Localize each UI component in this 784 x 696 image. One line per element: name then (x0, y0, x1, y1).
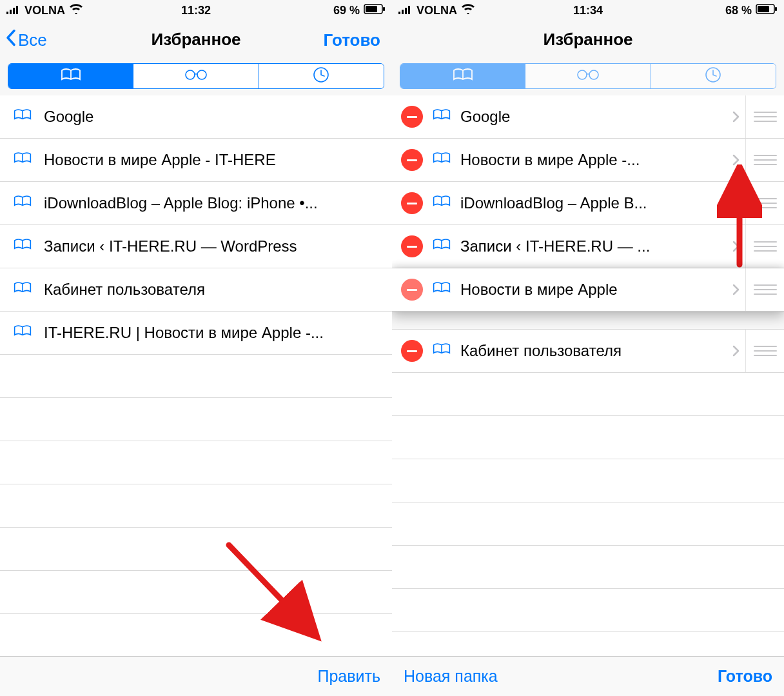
wifi-icon (69, 4, 83, 17)
phone-left: VOLNA 11:32 69 % Все Избранное Готово (0, 0, 392, 696)
empty-row (0, 571, 392, 614)
delete-button[interactable] (401, 235, 423, 257)
bookmark-label: Кабинет пользователя (44, 281, 392, 299)
new-folder-button[interactable]: Новая папка (404, 667, 498, 686)
carrier-label: VOLNA (24, 4, 65, 17)
battery-percent: 68 % (725, 4, 752, 17)
svg-rect-12 (405, 8, 407, 14)
bookmark-row[interactable]: iDownloadBlog – Apple B... (392, 182, 784, 225)
segmented-control (8, 63, 384, 89)
empty-row (392, 502, 784, 546)
bookmark-row[interactable]: Записи ‹ IT-HERE.RU — ... (392, 225, 784, 268)
book-icon (13, 108, 32, 126)
battery-percent: 69 % (333, 4, 360, 17)
svg-rect-3 (16, 6, 18, 14)
book-icon (432, 151, 451, 169)
svg-rect-6 (383, 7, 385, 11)
tab-reading-list (525, 64, 650, 88)
svg-rect-16 (775, 7, 777, 11)
book-icon (432, 342, 451, 360)
delete-button[interactable] (401, 149, 423, 171)
bookmark-row[interactable]: Новости в мире Apple -... (392, 139, 784, 182)
book-icon (432, 194, 451, 212)
tab-history[interactable] (259, 64, 384, 88)
empty-row (392, 373, 784, 416)
delete-button[interactable] (401, 192, 423, 214)
bookmark-row[interactable]: Новости в мире Apple (392, 268, 784, 312)
book-icon (13, 281, 32, 299)
battery-icon (364, 4, 386, 17)
bookmark-row[interactable]: Новости в мире Apple - IT-HERE (0, 139, 392, 182)
svg-point-17 (578, 70, 587, 79)
book-icon (13, 324, 32, 342)
bookmark-label: Новости в мире Apple -... (460, 151, 718, 169)
bookmark-row[interactable]: Кабинет пользователя (392, 330, 784, 373)
drag-gap (392, 312, 784, 330)
done-button[interactable]: Готово (718, 667, 772, 686)
glasses-icon (575, 69, 601, 83)
back-label: Все (18, 30, 47, 50)
bookmark-row[interactable]: Google (0, 95, 392, 139)
svg-rect-10 (398, 12, 400, 14)
edit-button[interactable]: Править (318, 667, 381, 686)
empty-row (392, 546, 784, 589)
page-title: Избранное (151, 30, 240, 50)
disclosure-chevron-icon (727, 110, 745, 123)
clock-icon (705, 66, 721, 86)
bookmark-label: Google (460, 108, 718, 126)
tab-history (651, 64, 776, 88)
book-icon (432, 237, 451, 255)
delete-button[interactable] (401, 340, 423, 362)
svg-rect-11 (402, 10, 404, 14)
delete-button[interactable] (401, 279, 423, 301)
book-icon (432, 108, 451, 126)
disclosure-chevron-icon (727, 197, 745, 210)
bookmark-row[interactable]: IT-HERE.RU | Новости в мире Apple -... (0, 312, 392, 355)
reorder-handle[interactable] (745, 139, 784, 181)
reorder-handle[interactable] (745, 95, 784, 138)
disclosure-chevron-icon (727, 240, 745, 253)
battery-icon (756, 4, 778, 17)
segmented-control-wrap (392, 59, 784, 95)
bookmark-list-editing: GoogleНовости в мире Apple -...iDownload… (392, 95, 784, 656)
bookmark-label: Записи ‹ IT-HERE.RU — ... (460, 237, 718, 255)
signal-icon (6, 4, 21, 17)
book-icon (13, 194, 32, 212)
bookmark-row[interactable]: Записи ‹ IT-HERE.RU — WordPress (0, 225, 392, 268)
bookmark-row[interactable]: iDownloadBlog – Apple Blog: iPhone •... (0, 182, 392, 225)
disclosure-chevron-icon (727, 344, 745, 357)
empty-row (0, 484, 392, 528)
empty-row (0, 355, 392, 398)
clock-icon (313, 66, 329, 86)
reorder-handle[interactable] (745, 225, 784, 268)
status-bar: VOLNA 11:34 68 % (392, 0, 784, 21)
status-bar: VOLNA 11:32 69 % (0, 0, 392, 21)
bookmark-label: Записи ‹ IT-HERE.RU — WordPress (44, 237, 392, 255)
book-icon (13, 237, 32, 255)
disclosure-chevron-icon (727, 154, 745, 166)
tab-bookmarks[interactable] (8, 64, 133, 88)
toolbar: Новая папка Готово (392, 656, 784, 696)
reorder-handle[interactable] (745, 330, 784, 372)
tab-reading-list[interactable] (133, 64, 258, 88)
svg-point-7 (186, 70, 195, 79)
back-button[interactable]: Все (5, 28, 47, 51)
bookmark-label: iDownloadBlog – Apple Blog: iPhone •... (44, 194, 392, 212)
bookmark-label: Новости в мире Apple - IT-HERE (44, 151, 392, 169)
bookmark-row[interactable]: Кабинет пользователя (0, 268, 392, 312)
svg-rect-13 (408, 6, 410, 14)
signal-icon (398, 4, 413, 17)
toolbar: Править (0, 656, 392, 696)
delete-button[interactable] (401, 106, 423, 128)
done-button[interactable]: Готово (324, 30, 380, 50)
phone-right: VOLNA 11:34 68 % Избранное (392, 0, 784, 696)
carrier-label: VOLNA (416, 4, 457, 17)
empty-row (392, 416, 784, 459)
bookmark-row[interactable]: Google (392, 95, 784, 139)
reorder-handle[interactable] (745, 268, 784, 311)
bookmark-label: IT-HERE.RU | Новости в мире Apple -... (44, 324, 392, 342)
svg-point-8 (197, 70, 206, 79)
svg-rect-5 (366, 6, 377, 12)
book-icon (13, 151, 32, 169)
reorder-handle[interactable] (745, 182, 784, 224)
